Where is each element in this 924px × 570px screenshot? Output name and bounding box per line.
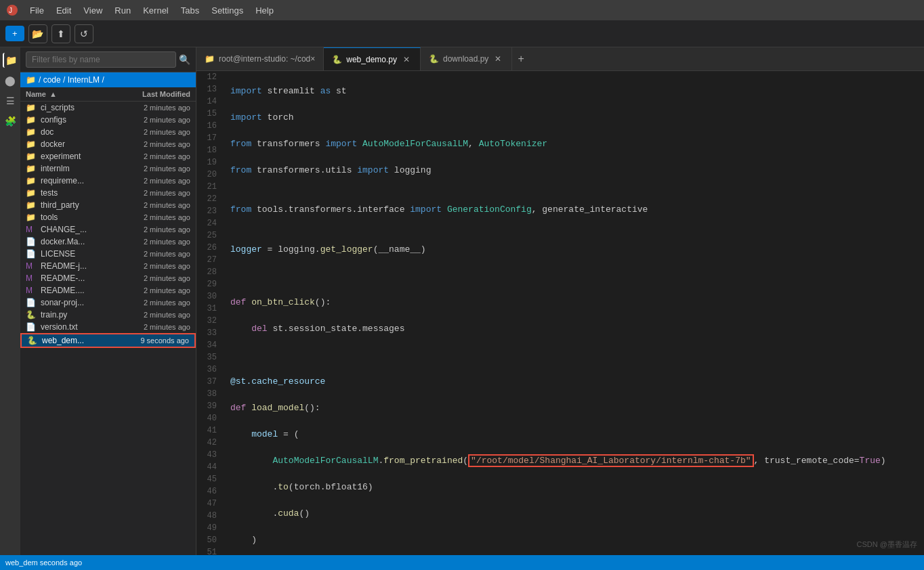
file-item[interactable]: 📄 LICENSE 2 minutes ago <box>20 248 196 260</box>
file-item[interactable]: 📁 tests 2 minutes ago <box>20 187 196 199</box>
watermark: CSDN @墨香温存 <box>857 540 917 550</box>
file-name: version.txt <box>41 322 116 332</box>
tab-bar: 📁 root@intern-studio: ~/cod× 🐍 web_demo.… <box>196 47 924 71</box>
menu-file[interactable]: File <box>24 4 49 17</box>
terminal-icon: 📁 <box>205 54 215 64</box>
tab-download-close[interactable]: ✕ <box>492 53 503 64</box>
menu-kernel[interactable]: Kernel <box>138 4 174 17</box>
file-item[interactable]: 📁 internlm 2 minutes ago <box>20 162 196 175</box>
file-name: experiment <box>41 152 116 161</box>
file-item[interactable]: 🐍 web_dem... 9 seconds ago <box>20 333 196 348</box>
file-icon: 📁 <box>26 127 37 137</box>
code-editor: 12 13 14 15 16 17 18 19 20 21 22 23 24 2… <box>196 71 924 555</box>
menu-edit[interactable]: Edit <box>51 4 77 17</box>
file-icon: 📄 <box>26 322 37 332</box>
sidebar: 🔍 📁 / code / InternLM / Name ▲ Last Modi… <box>20 47 196 555</box>
editor-wrapper[interactable]: 12 13 14 15 16 17 18 19 20 21 22 23 24 2… <box>196 71 924 555</box>
tab-web-demo[interactable]: 🐍 web_demo.py ✕ <box>324 47 421 70</box>
file-name: requireme... <box>41 176 116 185</box>
menu-bar: J File Edit View Run Kernel Tabs Setting… <box>0 0 924 20</box>
file-name: README.... <box>41 286 116 295</box>
file-time: 2 minutes ago <box>116 177 190 185</box>
file-icon: M <box>26 273 37 283</box>
refresh-button[interactable]: ↺ <box>75 24 93 43</box>
file-item[interactable]: 📁 third_party 2 minutes ago <box>20 199 196 211</box>
file-time: 2 minutes ago <box>116 104 190 112</box>
file-item[interactable]: 📁 docker 2 minutes ago <box>20 138 196 150</box>
file-name: tests <box>41 188 116 198</box>
toolbar: + 📂 ⬆ ↺ <box>0 20 924 47</box>
file-name: docker <box>41 139 116 149</box>
status-bar: web_dem seconds ago <box>0 555 924 570</box>
python-icon: 🐍 <box>332 55 342 64</box>
breadcrumb[interactable]: 📁 / code / InternLM / <box>20 72 196 87</box>
file-item[interactable]: 📁 requireme... 2 minutes ago <box>20 175 196 187</box>
file-icon: M <box>26 286 37 295</box>
file-item[interactable]: 📁 tools 2 minutes ago <box>20 211 196 223</box>
file-time: 2 minutes ago <box>116 165 190 173</box>
file-item[interactable]: 📄 sonar-proj... 2 minutes ago <box>20 297 196 309</box>
file-item[interactable]: 📁 doc 2 minutes ago <box>20 126 196 138</box>
tab-download-label: download.py <box>443 54 488 64</box>
editor-area: 📁 root@intern-studio: ~/cod× 🐍 web_demo.… <box>196 47 924 555</box>
file-item[interactable]: M CHANGE_... 2 minutes ago <box>20 223 196 236</box>
column-modified: Last Modified <box>116 90 190 98</box>
menu-run[interactable]: Run <box>109 4 136 17</box>
tab-add-button[interactable]: + <box>512 47 529 70</box>
menu-settings[interactable]: Settings <box>206 4 249 17</box>
activity-menu[interactable]: ☰ <box>3 93 18 108</box>
file-item[interactable]: M README-j... 2 minutes ago <box>20 260 196 272</box>
file-item[interactable]: 📄 version.txt 2 minutes ago <box>20 321 196 333</box>
tab-web-demo-label: web_demo.py <box>346 55 397 64</box>
file-time: 2 minutes ago <box>116 140 190 148</box>
line-numbers: 12 13 14 15 16 17 18 19 20 21 22 23 24 2… <box>196 71 224 555</box>
activity-files[interactable]: 📁 <box>3 53 18 68</box>
activity-puzzle[interactable]: 🧩 <box>3 114 18 129</box>
file-item[interactable]: M README-... 2 minutes ago <box>20 272 196 284</box>
file-icon: 📁 <box>26 164 37 173</box>
tab-terminal[interactable]: 📁 root@intern-studio: ~/cod× <box>196 47 324 70</box>
file-name: sonar-proj... <box>41 298 116 307</box>
file-item[interactable]: 📁 experiment 2 minutes ago <box>20 150 196 162</box>
file-icon: M <box>26 261 37 271</box>
search-icon[interactable]: 🔍 <box>179 54 190 65</box>
folder-icon: 📁 <box>26 75 36 85</box>
file-time: 2 minutes ago <box>116 213 190 221</box>
status-text: web_dem seconds ago <box>5 558 82 567</box>
file-time: 2 minutes ago <box>116 311 190 319</box>
file-list-header: Name ▲ Last Modified <box>20 87 196 102</box>
file-name: docker.Ma... <box>41 237 116 246</box>
file-time: 2 minutes ago <box>116 286 190 294</box>
file-item[interactable]: M README.... 2 minutes ago <box>20 284 196 297</box>
upload-button[interactable]: ⬆ <box>51 24 70 43</box>
file-time: 2 minutes ago <box>116 262 190 270</box>
tab-web-demo-close[interactable]: ✕ <box>401 54 412 65</box>
file-item[interactable]: 📁 ci_scripts 2 minutes ago <box>20 102 196 114</box>
file-name: README-... <box>41 273 116 283</box>
file-name: CHANGE_... <box>41 225 116 234</box>
file-name: third_party <box>41 200 116 210</box>
file-icon: 🐍 <box>27 336 38 345</box>
refresh-icon: ↺ <box>80 28 88 39</box>
menu-tabs[interactable]: Tabs <box>175 4 205 17</box>
file-item[interactable]: 📁 configs 2 minutes ago <box>20 114 196 126</box>
file-name: doc <box>41 127 116 137</box>
activity-circle[interactable]: ⬤ <box>3 73 18 88</box>
search-input[interactable] <box>26 51 176 68</box>
file-item[interactable]: 📄 docker.Ma... 2 minutes ago <box>20 236 196 248</box>
file-time: 2 minutes ago <box>116 201 190 209</box>
file-time: 2 minutes ago <box>116 189 190 197</box>
menu-view[interactable]: View <box>78 4 108 17</box>
new-button[interactable]: + <box>5 26 24 41</box>
folder-open-button[interactable]: 📂 <box>28 24 47 43</box>
file-time: 2 minutes ago <box>116 238 190 246</box>
menu-help[interactable]: Help <box>250 4 279 17</box>
main-layout: 📁 ⬤ ☰ 🧩 🔍 📁 / code / InternLM / Name ▲ L… <box>0 47 924 555</box>
sidebar-search-container: 🔍 <box>20 47 196 72</box>
tab-download[interactable]: 🐍 download.py ✕ <box>421 47 512 70</box>
column-name: Name ▲ <box>26 90 116 98</box>
upload-icon: ⬆ <box>57 28 65 39</box>
file-name: internlm <box>41 164 116 173</box>
file-item[interactable]: 🐍 train.py 2 minutes ago <box>20 309 196 321</box>
file-name: train.py <box>41 310 116 320</box>
